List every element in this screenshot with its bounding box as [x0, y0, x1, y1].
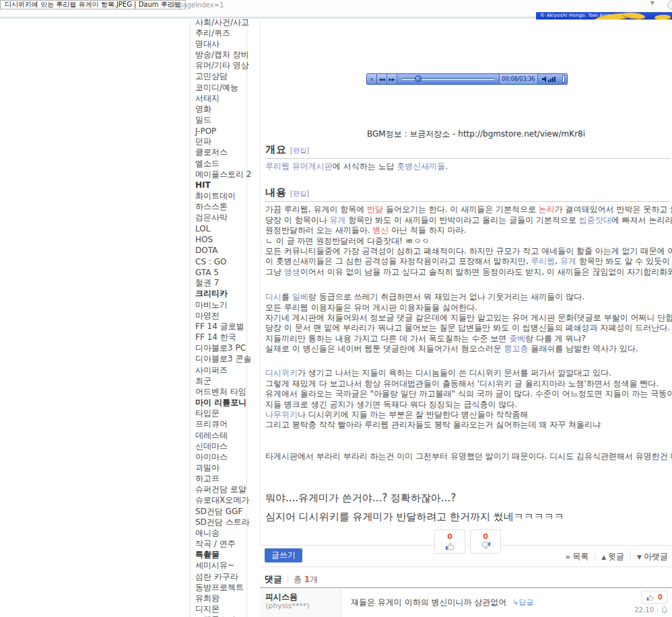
sidebar-item[interactable]: 포켓몬스터 — [195, 615, 245, 617]
sidebar-item[interactable]: CS : GO — [195, 256, 245, 266]
sidebar-item[interactable]: HOS — [195, 234, 245, 245]
volume-handle[interactable] — [562, 75, 565, 83]
sidebar-item[interactable]: 사회/사건/사고 — [195, 17, 245, 28]
wiki-text: 플래쉬를 남발한 역사가 있다. — [529, 344, 638, 353]
author-commentary: 뭐야....유게미가 쓴거야...? 정확하잖아...?심지어 디시위키를 유게… — [265, 492, 670, 523]
rewind-button[interactable]: ◀◀ — [377, 74, 387, 84]
sidebar-item[interactable]: LOL — [195, 223, 245, 234]
browser-button-icon[interactable] — [667, 1, 672, 9]
sidebar-item[interactable]: J-POP — [195, 126, 245, 137]
sidebar-item[interactable]: 서태지 — [195, 93, 245, 104]
wiki-text: 들어오기는 한다. 이 새끼들은 기본적으로 — [383, 205, 539, 214]
sidebar-item[interactable]: 마영전 — [195, 310, 245, 321]
comment-like-button[interactable]: 0 — [641, 591, 668, 604]
sidebar-item[interactable]: GTA 5 — [195, 267, 245, 278]
sidebar-item[interactable]: 슈퍼건담 로얄 — [195, 484, 245, 495]
sidebar-item[interactable]: 유머/기타 영상 — [195, 61, 245, 71]
sidebar-item[interactable]: FF 14 한국 — [195, 332, 245, 343]
wiki-line: 그리고 봉탁충 작작 빨아라 루리웹 관리자들도 봉탁 올라오는거 싫어하는데 … — [265, 420, 670, 430]
sidebar-item[interactable]: 고민상담 — [195, 71, 245, 82]
sidebar-item[interactable]: 마비노기 — [195, 299, 245, 310]
comments-header: 댓글 총 1개 — [265, 573, 318, 585]
sidebar-item[interactable]: SD건담 스트라 — [195, 517, 245, 528]
sidebar-item[interactable]: HIT — [195, 180, 245, 190]
wiki-link: 좆베 — [509, 334, 525, 343]
sidebar-item[interactable]: DOTA — [195, 245, 245, 256]
comment-side: 022:10 — [617, 588, 672, 617]
sidebar-item[interactable]: 하스스톤 — [195, 202, 245, 213]
chevron-down-icon[interactable]: ▼ — [650, 0, 654, 6]
sidebar-item[interactable]: 철권 7 — [195, 278, 245, 289]
wiki-text: 랑 다를 게 뭐냐? — [525, 334, 586, 343]
wiki-text: 지들 병크로 생긴 공지가 생기면 독재다 뭐다 징징되는 급식충이 많다. — [265, 400, 517, 409]
sidebar-item[interactable]: 신데마스 — [195, 441, 245, 451]
divider — [288, 576, 288, 583]
pause-button[interactable]: Ⅱ — [367, 74, 377, 84]
browser-tab[interactable]: 디시위키에 있는 루리웹 유게이 항목.JPEG | Daum 루리웹 — [0, 0, 186, 9]
sidebar-item[interactable]: 명대사 — [195, 38, 245, 49]
sidebar-item[interactable]: 클로저스 — [195, 147, 245, 158]
wiki-section-title: 개요 — [265, 143, 287, 155]
sidebar-item[interactable]: 최군 — [195, 375, 245, 386]
wiki-line: 나무위키나 디시위키에 지들 까는 부분은 잘 반달한다 병신들아 작작좀해 — [265, 410, 670, 420]
volume-control[interactable] — [537, 74, 567, 84]
sidebar-item[interactable]: 디아블로3 콘솔 — [195, 354, 245, 365]
sidebar-item[interactable]: 디지몬 — [195, 604, 245, 614]
seek-bar[interactable] — [399, 74, 497, 84]
sidebar-item[interactable]: 엘소드 — [195, 158, 245, 169]
wiki-text: 지들끼리만 통하는 내용 가지고 다른 데 가서 폭도질하는 수준 보면 — [265, 334, 509, 343]
sidebar-item[interactable]: 일드 — [195, 114, 245, 125]
wiki-text: 자기네 게시판에 처들어와서 정보글 댓글 같은데에 지들만 알고있는 유머 게… — [265, 313, 672, 322]
sidebar-item[interactable]: 슈로대X오메가 — [195, 495, 245, 506]
sidebar-item[interactable]: 타입문 — [195, 408, 245, 419]
comment-author-cell: 피시스윰(physis****) — [260, 588, 341, 617]
sidebar-item[interactable]: 영화 — [195, 104, 245, 114]
seek-thumb[interactable] — [415, 75, 422, 82]
write-post-button[interactable]: 글쓰기 — [265, 548, 302, 562]
wiki-line: 실제로 이 병신들은 네이버 웹툰 댓글란에 처들어가서 혐오스러운 뽕꼬충 플… — [265, 344, 670, 354]
sidebar-item[interactable]: 유희왕 — [195, 593, 245, 604]
comment-text: 쟤들은 유게미 이하의 병신미니까 상관없어 — [351, 597, 506, 608]
sidebar-item[interactable]: 세미시유~ — [195, 560, 245, 571]
sidebar-item[interactable]: FF 14 글로벌 — [195, 321, 245, 332]
sidebar-item[interactable]: 동방프로젝트 — [195, 582, 245, 593]
board-list: 사회/사건/사고추리/퀴즈명대사방송/캡처 장비유머/기타 영상고민상담코미디/… — [195, 17, 245, 617]
sidebar-item[interactable]: 메이플스토리 2 — [195, 169, 245, 180]
sidebar-item[interactable]: 디아블로3 PC — [195, 343, 245, 354]
sidebar-item[interactable]: 어드벤처 타임 — [195, 386, 245, 397]
sidebar-item[interactable]: 데레스테 — [195, 430, 245, 441]
list-icon: ≡ — [566, 554, 571, 560]
sidebar-item[interactable]: 크리티카 — [195, 289, 245, 299]
sidebar-item[interactable]: 작곡 / 연주 — [195, 539, 245, 550]
sidebar-item[interactable]: 코미디/예능 — [195, 82, 245, 93]
wiki-line: 모든 커뮤니티들중에 가장 공격성이 심하고 폐쇄적이다. 하지만 규모가 작고… — [265, 246, 670, 256]
sidebar-item[interactable]: 아이마스 — [195, 451, 245, 462]
list-link[interactable]: ≡ 목록 — [566, 551, 589, 562]
forward-icon: ▶▶ — [389, 77, 395, 81]
sidebar-item[interactable]: 추리/퀴즈 — [195, 28, 245, 38]
bell-icon[interactable] — [661, 606, 668, 614]
sidebar-item[interactable]: 화이트데이 — [195, 191, 245, 202]
next-post-link[interactable]: ▼ 아랫글 — [637, 551, 668, 562]
sidebar-item[interactable]: 특촬물 — [195, 550, 245, 560]
sidebar-item[interactable]: 방송/캡처 장비 — [195, 49, 245, 60]
sidebar-item[interactable]: SD건담 GGF — [195, 506, 245, 517]
sidebar-item[interactable]: 마이 리틀포니 — [195, 397, 245, 408]
prev-post-link[interactable]: ▲ 윗글 — [601, 551, 624, 562]
forward-button[interactable]: ▶▶ — [387, 74, 397, 84]
sidebar-item[interactable]: 섬란 카구라 — [195, 571, 245, 582]
sidebar-item[interactable]: 하고프 — [195, 474, 245, 484]
sidebar-item[interactable]: 사이퍼즈 — [195, 365, 245, 375]
pause-icon: Ⅱ — [371, 77, 373, 81]
wiki-link: 씹중잣대 — [579, 215, 611, 225]
wiki-link: 유게 — [329, 215, 345, 225]
sidebar-item[interactable]: 괴밀아 — [195, 462, 245, 473]
sidebar-item[interactable]: 검은사막 — [195, 213, 245, 223]
wiki-section: 내용[편집]가끔 루리웹, 유게이 항목에 반달 들어오기는 한다. 이 새끼들… — [265, 186, 670, 462]
sidebar-item[interactable]: 프리큐어 — [195, 419, 245, 430]
sidebar-item[interactable]: 던파 — [195, 137, 245, 147]
post-action-bar: 글쓰기 ≡ 목록 ▲ 윗글 ▼ 아랫글 — [260, 546, 672, 567]
wiki-line: 당장 이 항목이나 유게 항목만 봐도 이 새끼들이 반박이라고 올리는 글들이… — [265, 215, 670, 225]
sidebar-item[interactable]: 애니송 — [195, 528, 245, 538]
reply-link[interactable]: ↳답글 — [512, 597, 533, 608]
